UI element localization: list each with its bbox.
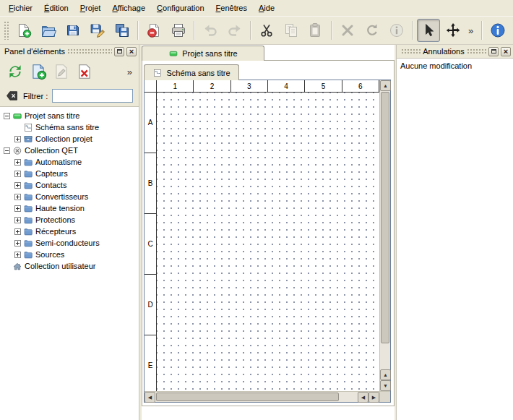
reload-collections-button[interactable] (4, 61, 26, 82)
tree-item-protections[interactable]: Protections (0, 214, 139, 226)
row-header-C: C (145, 214, 157, 275)
tree-item-automatisme[interactable]: Automatisme (0, 156, 139, 168)
float-icon (491, 49, 496, 53)
new-project-button[interactable] (12, 19, 35, 42)
tab-schema-sans-titre[interactable]: Schéma sans titre (144, 64, 239, 80)
new-element-button[interactable] (27, 61, 49, 82)
vscroll-up-button-2[interactable] (380, 369, 391, 380)
undo-panel-float-button[interactable] (488, 47, 499, 56)
folder-icon (23, 181, 33, 190)
cut-button[interactable] (255, 19, 278, 42)
tree-item-sources[interactable]: Sources (0, 249, 139, 260)
tree-expander-plus[interactable] (14, 228, 21, 235)
tree-expander-plus[interactable] (14, 217, 21, 223)
diagram-canvas[interactable] (157, 93, 379, 391)
horizontal-scrollbar[interactable] (145, 391, 379, 402)
toolbar-overflow-icon[interactable]: » (465, 25, 476, 36)
elements-panel-float-button[interactable] (114, 47, 124, 56)
toolbar-separator (250, 21, 251, 40)
tree-expander-plus[interactable] (14, 252, 21, 258)
about-button[interactable] (486, 19, 509, 42)
toolbar-handle[interactable] (4, 21, 9, 40)
folder-icon (23, 239, 33, 248)
tree-item-label: Projet sans titre (25, 111, 82, 120)
tree-expander-minus[interactable] (4, 113, 10, 119)
undo-panel-title: Annulations (423, 47, 465, 56)
clear-filter-icon[interactable] (5, 90, 19, 102)
hscroll-left-button-2[interactable] (358, 392, 368, 403)
hscroll-track[interactable] (340, 392, 358, 402)
vscroll-thumb[interactable] (381, 92, 389, 343)
tree-item-projet-sans-titre[interactable]: Projet sans titre (0, 110, 139, 121)
undo-button[interactable] (199, 19, 222, 42)
menu-affichage[interactable]: Affichage (106, 1, 151, 14)
selection-infos-button[interactable] (385, 19, 408, 42)
menu-configuration[interactable]: Configuration (151, 1, 210, 14)
vscroll-down-button[interactable] (380, 380, 391, 391)
delete-element-button[interactable] (74, 61, 95, 82)
hscroll-right-button[interactable] (368, 392, 379, 403)
save-all-button[interactable] (111, 19, 134, 42)
tree-item-collection-utilisateur[interactable]: Collection utilisateur (0, 260, 139, 272)
filter-input[interactable] (52, 89, 133, 103)
hscroll-thumb[interactable] (156, 393, 339, 401)
tree-item-convertisseurs[interactable]: Convertisseurs (0, 191, 139, 202)
tree-item-contacts[interactable]: Contacts (0, 179, 139, 191)
rotate-selection-button[interactable] (361, 19, 384, 42)
tree-expander-plus[interactable] (14, 171, 21, 177)
menu-edition[interactable]: Édition (38, 1, 74, 14)
open-project-button[interactable] (37, 19, 60, 42)
tree-expander-plus[interactable] (14, 182, 21, 189)
diagram-tab-label: Schéma sans titre (166, 69, 230, 77)
cut-icon (259, 22, 275, 38)
pan-mode-button[interactable] (441, 19, 465, 42)
delete-selection-button[interactable] (336, 19, 359, 42)
undo-panel-close-button[interactable] (501, 47, 511, 56)
copy-button[interactable] (280, 19, 303, 42)
column-headers: 123456 (145, 80, 379, 93)
tree-item-label: Sources (35, 250, 67, 259)
menu-fenetres[interactable]: Fenêtres (210, 1, 253, 14)
print-button[interactable] (167, 19, 190, 42)
select-mode-button[interactable] (417, 19, 440, 42)
elements-panel-titlebar[interactable]: Panel d'éléments (0, 45, 139, 58)
tree-item-semi-conducteurs[interactable]: Semi-conducteurs (0, 237, 139, 249)
tree-expander-plus[interactable] (14, 159, 21, 166)
tree-expander-minus[interactable] (4, 147, 10, 154)
redo-button[interactable] (223, 19, 246, 42)
tab-projet-sans-titre[interactable]: Projet sans titre (142, 46, 264, 61)
undo-list-item[interactable]: Aucune modification (397, 59, 513, 73)
toolbar-separator (331, 21, 332, 40)
tree-expander-plus[interactable] (14, 240, 21, 247)
undo-panel-titlebar[interactable]: Annulations (397, 45, 513, 58)
menu-aide[interactable]: Aide (253, 1, 280, 14)
menu-fichier[interactable]: Fichier (3, 1, 38, 14)
column-header-5: 5 (305, 80, 342, 93)
edit-element-button[interactable] (51, 61, 72, 82)
tree-item-haute-tension[interactable]: Haute tension (0, 202, 139, 214)
tree-item-schema-sans-titre[interactable]: Schéma sans titre (0, 121, 139, 133)
paste-button[interactable] (304, 19, 327, 42)
tree-expander-plus[interactable] (14, 136, 21, 142)
tree-item-collection-projet[interactable]: Collection projet (0, 133, 139, 145)
folder-icon (23, 192, 33, 202)
elements-panel-close-button[interactable] (126, 47, 137, 56)
tree-item-recepteurs[interactable]: Récepteurs (0, 226, 139, 237)
vscroll-track[interactable] (380, 344, 390, 369)
save-project-button[interactable] (61, 19, 85, 42)
tree-item-collection-qet[interactable]: Collection QET (0, 145, 139, 156)
folder-icon (23, 215, 33, 225)
tree-expander-plus[interactable] (14, 205, 21, 212)
vertical-scrollbar[interactable] (379, 80, 390, 391)
hscroll-left-button[interactable] (145, 392, 155, 403)
info-blue-icon (490, 22, 506, 38)
elements-panel-toolbar: » (0, 58, 139, 85)
tree-item-capteurs[interactable]: Capteurs (0, 168, 139, 179)
vscroll-up-button[interactable] (380, 80, 391, 91)
tree-expander-plus[interactable] (14, 194, 21, 200)
panel-toolbar-overflow-icon[interactable]: » (124, 67, 136, 77)
project-window: Schéma sans titre 123456 ABCDE (142, 61, 395, 406)
menu-projet[interactable]: Projet (74, 1, 107, 14)
close-project-button[interactable] (142, 19, 165, 42)
save-project-as-button[interactable] (86, 19, 109, 42)
